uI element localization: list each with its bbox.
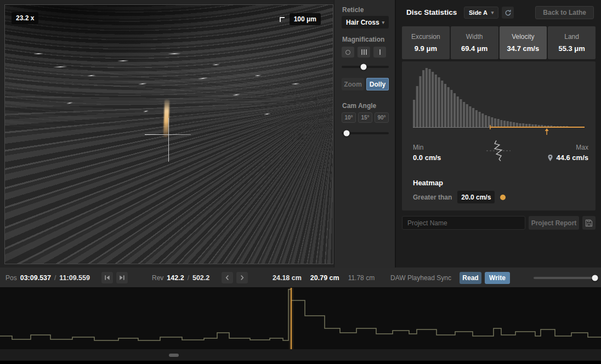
timeline-zoom-slider[interactable] bbox=[534, 277, 598, 279]
radius-inner: 11.78 cm bbox=[348, 274, 375, 282]
reticle-crosshair-vertical bbox=[168, 118, 169, 162]
magnification-mode-row bbox=[342, 47, 386, 58]
chevron-down-icon: ▾ bbox=[491, 10, 494, 15]
max-value-row: 44.6 cm/s bbox=[547, 153, 588, 162]
refresh-icon bbox=[504, 9, 512, 16]
groove-viewport[interactable]: 23.2 x 100 μm bbox=[4, 4, 333, 264]
cam-angle-15-button[interactable]: 15° bbox=[358, 112, 372, 123]
previous-rev-button[interactable] bbox=[222, 272, 233, 283]
stat-cards-row: Excursion 9.9 μm Width 69.4 μm Velocity … bbox=[402, 26, 596, 59]
max-value: 44.6 cm/s bbox=[556, 153, 588, 162]
side-select-value: Side A bbox=[469, 9, 487, 16]
cam-angle-slider[interactable] bbox=[342, 132, 389, 134]
scale-corner-icon bbox=[280, 17, 285, 22]
project-report-button[interactable]: Project Report bbox=[529, 216, 579, 230]
chevron-down-icon: ▾ bbox=[382, 20, 384, 25]
camera-controls-panel: Reticle Hair Cross ▾ Magnification Zoom … bbox=[334, 0, 395, 268]
min-label: Min bbox=[413, 144, 423, 151]
chevron-left-icon bbox=[225, 275, 230, 281]
radius-outer: 24.18 cm bbox=[273, 274, 302, 282]
skip-to-end-button[interactable] bbox=[116, 272, 128, 283]
side-select[interactable]: Side A ▾ bbox=[464, 7, 498, 19]
cam-angle-section-label: Cam Angle bbox=[342, 102, 376, 110]
min-value: 0.0 cm/s bbox=[413, 153, 441, 162]
cam-angle-slider-thumb[interactable] bbox=[343, 130, 349, 136]
timeline-scrollbar[interactable] bbox=[0, 349, 601, 361]
skip-forward-icon bbox=[119, 275, 125, 281]
magnification-slider[interactable] bbox=[342, 66, 389, 68]
project-row: Project Report bbox=[402, 216, 596, 230]
skip-buttons bbox=[101, 268, 128, 288]
scrollbar-thumb[interactable] bbox=[169, 354, 179, 357]
rev-current: 142.2 bbox=[167, 274, 184, 282]
magnification-section-label: Magnification bbox=[342, 36, 384, 43]
max-label: Max bbox=[576, 144, 588, 151]
heatmap-condition-row: Greater than bbox=[413, 191, 506, 203]
scale-indicator: 100 μm bbox=[280, 13, 321, 25]
disc-statistics-panel: Disc Statistics Side A ▾ Back to Lathe E… bbox=[395, 0, 601, 268]
position-readout: Pos 03:09.537 / 11:09.559 bbox=[5, 268, 90, 288]
zoom-mode-button[interactable]: Zoom bbox=[342, 78, 364, 90]
radius-readout: 24.18 cm 20.79 cm 11.78 cm bbox=[273, 268, 375, 288]
heatmap-color-swatch bbox=[500, 195, 506, 200]
dolly-mode-button[interactable]: Dolly bbox=[366, 78, 389, 90]
stat-card-width[interactable]: Width 69.4 μm bbox=[451, 26, 498, 59]
refresh-button[interactable] bbox=[502, 7, 514, 19]
timeline-waveform[interactable] bbox=[0, 288, 601, 349]
position-total: 11:09.559 bbox=[59, 274, 90, 282]
daw-write-button[interactable]: Write bbox=[485, 272, 510, 284]
cam-angle-90-button[interactable]: 90° bbox=[375, 112, 389, 123]
daw-sync-label: DAW Playhead Sync bbox=[390, 268, 451, 288]
reticle-section-label: Reticle bbox=[342, 6, 364, 14]
transport-bar: Pos 03:09.537 / 11:09.559 bbox=[0, 268, 601, 288]
chevron-right-icon bbox=[240, 275, 245, 281]
stat-card-velocity[interactable]: Velocity 34.7 cm/s bbox=[500, 26, 547, 59]
app-root: 23.2 x 100 μm Reticle Hair Cross ▾ Magni… bbox=[0, 0, 601, 364]
position-current: 03:09.537 bbox=[20, 274, 51, 282]
rev-step-buttons bbox=[222, 268, 248, 288]
back-to-lathe-button[interactable]: Back to Lathe bbox=[535, 6, 594, 19]
save-icon bbox=[585, 219, 593, 227]
groove-wiggle-icon bbox=[485, 138, 512, 165]
panel-title: Disc Statistics bbox=[406, 8, 457, 16]
velocity-histogram-box: Min 0.0 cm/s Max 44.6 cm/s Heatmap Great… bbox=[402, 61, 596, 211]
cam-angle-10-button[interactable]: 10° bbox=[342, 112, 356, 123]
next-rev-button[interactable] bbox=[236, 272, 248, 283]
mag-mode-line-button[interactable] bbox=[373, 47, 386, 58]
heatmap-condition-label: Greater than bbox=[413, 194, 452, 201]
scale-badge: 100 μm bbox=[290, 13, 321, 25]
radius-current: 20.79 cm bbox=[310, 274, 339, 282]
rev-readout: Rev 142.2 / 502.2 bbox=[152, 268, 209, 288]
project-name-input[interactable] bbox=[402, 216, 525, 230]
amplitude-trace bbox=[0, 289, 601, 340]
velocity-histogram bbox=[413, 67, 585, 137]
stat-card-excursion[interactable]: Excursion 9.9 μm bbox=[402, 26, 450, 59]
lines-icon bbox=[361, 49, 362, 55]
timeline-panel: Pos 03:09.537 / 11:09.559 bbox=[0, 268, 601, 364]
daw-read-button[interactable]: Read bbox=[460, 272, 481, 284]
cam-angle-presets: 10° 15° 90° bbox=[342, 112, 389, 123]
reticle-select[interactable]: Hair Cross ▾ bbox=[342, 16, 389, 29]
skip-to-start-button[interactable] bbox=[101, 272, 113, 283]
skip-back-icon bbox=[104, 275, 110, 281]
mag-mode-circle-button[interactable] bbox=[342, 47, 354, 58]
timeline-zoom-slider-thumb[interactable] bbox=[592, 275, 598, 281]
reticle-crosshair-horizontal bbox=[145, 134, 191, 135]
heatmap-title: Heatmap bbox=[413, 179, 443, 187]
magnification-slider-thumb[interactable] bbox=[361, 64, 367, 70]
circle-icon bbox=[345, 50, 350, 55]
magnification-badge: 23.2 x bbox=[12, 12, 38, 24]
bottom-edge bbox=[0, 361, 601, 364]
rev-total: 502.2 bbox=[192, 274, 209, 282]
line-icon bbox=[379, 49, 381, 55]
stat-card-land[interactable]: Land 55.3 μm bbox=[548, 26, 596, 59]
reticle-select-value: Hair Cross bbox=[346, 19, 379, 26]
pin-icon bbox=[547, 154, 553, 162]
heatmap-threshold-input[interactable] bbox=[457, 191, 495, 203]
mag-mode-lines-button[interactable] bbox=[358, 47, 370, 58]
save-project-button[interactable] bbox=[582, 216, 596, 230]
